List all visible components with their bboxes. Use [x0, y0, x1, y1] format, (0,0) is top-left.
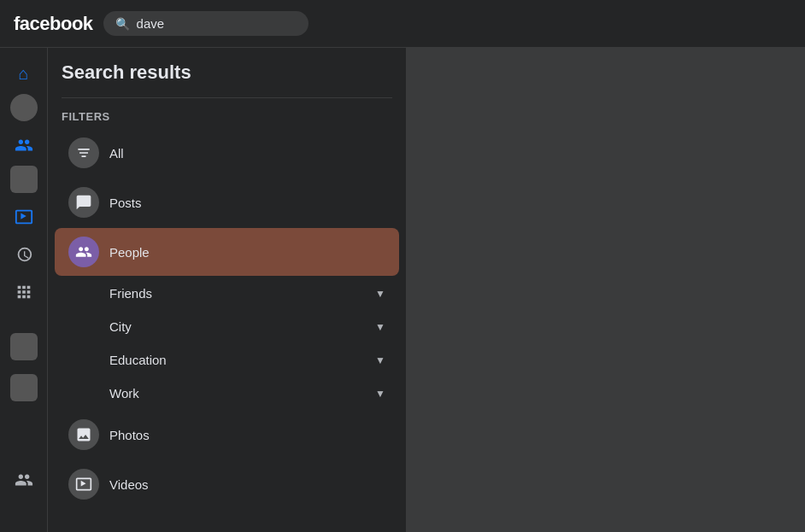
sidebar: Search results Filters All Posts People	[48, 48, 407, 532]
rail-friends[interactable]	[7, 128, 41, 162]
sub-filter-work-label: Work	[109, 386, 139, 400]
filter-all-label: All	[109, 146, 124, 161]
sidebar-title: Search results	[48, 61, 406, 94]
rail-apps[interactable]	[7, 275, 41, 309]
chevron-down-icon-city: ▼	[375, 321, 385, 333]
chevron-down-icon-work: ▼	[375, 388, 385, 400]
rail-recent[interactable]	[7, 237, 41, 272]
filter-videos-label: Videos	[109, 477, 149, 492]
search-icon: 🔍	[115, 17, 130, 31]
rail-avatar[interactable]	[10, 94, 38, 121]
filter-people-label: People	[109, 245, 150, 260]
sub-filter-city-label: City	[109, 319, 132, 334]
filter-photos[interactable]: Photos	[55, 411, 399, 459]
chevron-down-icon-education: ▼	[375, 354, 385, 366]
sub-filter-work[interactable]: Work ▼	[55, 377, 399, 409]
sidebar-divider	[62, 97, 392, 98]
rail-rect-2	[10, 374, 38, 401]
filter-all-icon	[68, 137, 99, 168]
rail-home[interactable]: ⌂	[7, 56, 41, 91]
filter-videos[interactable]: Videos	[55, 460, 399, 508]
filter-people[interactable]: People	[55, 228, 399, 276]
rail-marketplace[interactable]	[10, 166, 38, 193]
sub-filter-friends[interactable]: Friends ▼	[55, 278, 399, 309]
filter-posts[interactable]: Posts	[55, 178, 399, 226]
sub-filter-friends-label: Friends	[109, 286, 152, 301]
filter-posts-icon	[68, 187, 99, 218]
sub-filter-education[interactable]: Education ▼	[55, 344, 399, 376]
sub-filter-city[interactable]: City ▼	[55, 311, 399, 342]
filter-posts-label: Posts	[109, 196, 142, 210]
icon-rail: ⌂	[0, 48, 48, 532]
facebook-logo: facebook	[14, 13, 93, 35]
filter-photos-icon	[68, 419, 99, 450]
rail-rect-1	[10, 333, 38, 360]
filters-label: Filters	[48, 102, 406, 128]
search-input[interactable]	[137, 16, 291, 31]
topbar: facebook 🔍	[0, 0, 805, 48]
search-bar[interactable]: 🔍	[103, 11, 308, 36]
filter-all[interactable]: All	[55, 129, 399, 177]
rail-watch[interactable]	[7, 200, 41, 234]
filter-videos-icon	[68, 469, 99, 500]
filter-photos-label: Photos	[109, 428, 150, 442]
filter-people-icon	[68, 237, 99, 267]
chevron-down-icon-friends: ▼	[375, 288, 385, 300]
content-area	[407, 48, 805, 532]
sub-filter-education-label: Education	[109, 353, 167, 367]
main-layout: ⌂ Search results Filters	[0, 48, 805, 532]
rail-groups[interactable]	[7, 463, 41, 497]
